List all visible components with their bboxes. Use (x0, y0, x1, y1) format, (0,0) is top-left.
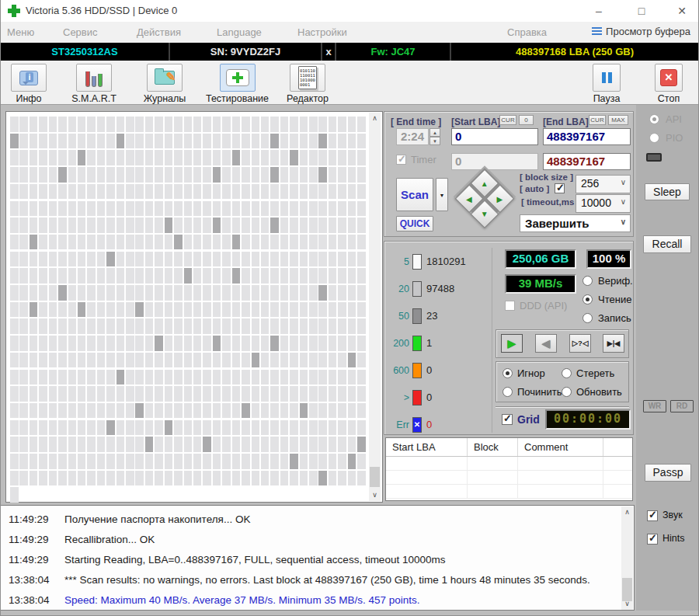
scan-block (309, 285, 318, 301)
table-column-header[interactable]: Comment (518, 438, 603, 456)
ddd-api-checkbox[interactable] (505, 301, 515, 311)
table-column-header[interactable]: Block (468, 438, 518, 456)
timeout-combo[interactable]: 10000 (576, 194, 631, 213)
quick-button[interactable]: QUICK (396, 216, 433, 231)
end-lba-cur-button[interactable]: CUR (589, 115, 606, 125)
minimize-button[interactable]: – (586, 3, 612, 19)
scan-block (348, 235, 356, 250)
device-serial[interactable]: SN: 9VYDZ2FJ (170, 43, 322, 61)
close-button[interactable]: ✕ (669, 3, 695, 19)
scan-block (145, 336, 154, 351)
journals-button[interactable]: Журналы (137, 64, 192, 104)
defect-radio-circle[interactable] (503, 368, 513, 378)
defect-radio-circle[interactable] (562, 368, 572, 378)
end-time-spinner[interactable]: 2:24 (396, 128, 429, 145)
start-lba-input[interactable]: 0 (451, 128, 538, 145)
scan-block (213, 437, 221, 452)
timer-end-input[interactable]: 488397167 (543, 153, 631, 170)
menu-item-language[interactable]: Language (217, 26, 262, 38)
device-firmware[interactable]: Fw: JC47 (336, 43, 451, 61)
sound-checkbox[interactable] (647, 510, 658, 521)
scroll-up-icon[interactable]: ∧ (369, 113, 381, 124)
end-time-down-icon[interactable]: ▼ (429, 137, 440, 145)
hints-checkbox[interactable] (647, 534, 658, 545)
log-panel[interactable]: 11:49:29Получение паспорта накопителя...… (1, 505, 635, 611)
scan-block (280, 370, 289, 385)
buffer-view-button[interactable]: Просмотр буфера (592, 26, 690, 37)
rd-button[interactable]: RD (670, 400, 694, 412)
map-scrollbar[interactable]: ∧ ∨ (369, 113, 381, 501)
menu-item-меню[interactable]: Меню (7, 26, 34, 38)
scan-block (270, 454, 279, 469)
end-lba-input[interactable]: 488397167 (543, 128, 631, 145)
defect-radio-Стереть[interactable]: Стереть (562, 367, 625, 380)
defect-radio-circle[interactable] (562, 387, 572, 397)
mode-radio-Чтение[interactable]: Чтение (582, 292, 637, 311)
device-x-mark[interactable]: x (322, 43, 336, 61)
scan-block (300, 252, 308, 267)
maximize-button[interactable]: □ (628, 3, 655, 19)
mode-radio-Вериф.[interactable]: Вериф. (582, 273, 637, 292)
log-scroll-down-icon[interactable]: ∨ (621, 598, 633, 610)
mode-radio-circle[interactable] (582, 294, 593, 305)
recall-button[interactable]: Recall (643, 235, 691, 253)
menu-item-справка[interactable]: Справка (507, 26, 547, 38)
device-capacity[interactable]: 488397168 LBA (250 GB) (451, 43, 698, 61)
scroll-down-icon[interactable]: ∨ (369, 489, 381, 501)
log-scroll-up-icon[interactable]: ∧ (621, 506, 633, 518)
auto-checkbox[interactable] (555, 183, 565, 193)
play-back-button[interactable]: ◀ (535, 334, 557, 353)
scan-block (222, 150, 231, 165)
scan-block (357, 370, 366, 385)
wr-button[interactable]: WR (643, 400, 666, 412)
defect-radio-Игнор[interactable]: Игнор (503, 367, 562, 380)
play-step-button[interactable]: ▶|◀ (603, 334, 624, 353)
play-seek-button[interactable]: ▷?◁ (569, 334, 591, 353)
defect-radio-circle[interactable] (503, 387, 513, 397)
log-scrollbar[interactable]: ∧ ∨ (621, 506, 633, 610)
mode-radio-Запись[interactable]: Запись (582, 311, 637, 329)
scan-block (309, 235, 318, 250)
timer-start-input[interactable]: 0 (451, 153, 538, 170)
scan-block (106, 285, 115, 301)
testing-button[interactable]: Тестирование (200, 64, 275, 104)
menu-item-сервис[interactable]: Сервис (63, 26, 98, 38)
menu-item-действия[interactable]: Действия (137, 26, 181, 38)
mode-radio-circle[interactable] (582, 276, 593, 286)
table-column-header[interactable]: Start LBA (386, 438, 468, 456)
scan-block (49, 353, 57, 368)
scan-block (300, 403, 308, 419)
scan-block (184, 454, 193, 469)
start-lba-cur-button[interactable]: CUR (499, 115, 516, 125)
scan-block (338, 386, 346, 402)
api-radio[interactable] (649, 114, 659, 124)
menu-item-настройки[interactable]: Настройки (297, 26, 347, 38)
pause-button[interactable]: Пауза (582, 64, 631, 104)
end-lba-max-button[interactable]: MAX (608, 115, 628, 125)
sleep-button[interactable]: Sleep (645, 183, 690, 200)
editor-button[interactable]: 0101101100111010000001 Редактор (280, 64, 335, 104)
grid-checkbox[interactable] (502, 414, 513, 425)
scan-block (135, 235, 144, 250)
scan-block (348, 370, 356, 385)
stop-button[interactable]: ✕ Стоп (645, 64, 692, 104)
end-time-up-icon[interactable]: ▲ (429, 128, 440, 137)
block-size-combo[interactable]: 256 (576, 175, 631, 193)
scan-dropdown-button[interactable]: ▼ (436, 178, 448, 211)
device-model[interactable]: ST3250312AS (1, 43, 170, 61)
scan-block (116, 201, 125, 217)
timer-checkbox[interactable] (396, 155, 406, 165)
passp-button[interactable]: Passp (645, 464, 691, 482)
scan-button[interactable]: Scan (396, 178, 433, 211)
info-button[interactable]: Инфо (7, 64, 50, 104)
smart-button[interactable]: S.M.A.R.T (66, 64, 122, 104)
scan-block (270, 167, 279, 183)
defect-table[interactable]: Start LBABlockComment (385, 437, 633, 501)
mode-radio-circle[interactable] (582, 313, 593, 323)
play-forward-button[interactable]: ▶ (501, 334, 523, 353)
defect-radio-Обновить[interactable]: Обновить (562, 386, 625, 398)
defect-radio-Починить[interactable]: Починить (503, 386, 562, 398)
start-lba-zero-button[interactable]: 0 (519, 115, 534, 125)
action-combo[interactable]: Завершить (520, 214, 631, 232)
pio-radio[interactable] (649, 133, 659, 143)
